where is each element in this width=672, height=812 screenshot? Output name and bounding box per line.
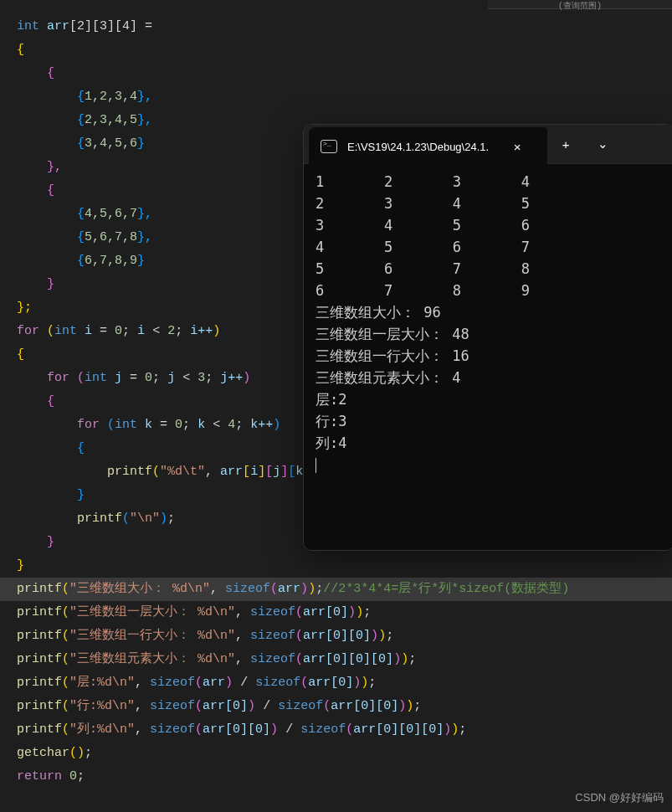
brace: } [137, 254, 145, 268]
kw-sizeof: sizeof [278, 699, 323, 713]
var: arr[0][0] [203, 722, 270, 737]
brace: } [17, 277, 54, 291]
brace: { [77, 441, 85, 455]
brace: }, [137, 207, 152, 221]
fn-printf: printf [17, 722, 62, 737]
num: 4 [228, 418, 235, 432]
kw-sizeof: sizeof [250, 629, 295, 643]
num: 0 [69, 769, 77, 784]
brace: { [17, 183, 54, 198]
inc: k++ [250, 418, 273, 432]
paren: ( [69, 371, 85, 385]
num: 0 [115, 324, 122, 338]
sc: ; [122, 324, 137, 338]
fn-printf: printf [17, 652, 62, 666]
brace: } [47, 535, 54, 549]
str: "层:%d\n" [69, 676, 135, 690]
var: k [137, 418, 152, 432]
cond: k [197, 418, 205, 432]
nums: 3,4,5,6 [85, 136, 137, 151]
nums: 1,2,3,4 [85, 90, 137, 104]
close-icon[interactable]: × [499, 134, 536, 159]
sc: ; [205, 371, 220, 385]
var: arr[0] [303, 605, 348, 619]
paren: ( [100, 418, 115, 432]
brace: { [17, 136, 85, 151]
sc: ; [152, 371, 167, 385]
brace: }; [17, 301, 32, 315]
inc: i++ [190, 324, 213, 338]
terminal-title: E:\VS19\24.1.23\Debug\24.1. [347, 141, 489, 153]
dims: [2][3][4] [69, 19, 137, 33]
paren: ( [39, 324, 54, 338]
var: j [273, 465, 280, 479]
fn-printf: printf [17, 699, 62, 713]
brace: { [47, 394, 54, 409]
brace: }, [137, 230, 152, 244]
terminal-titlebar[interactable]: E:\VS19\24.1.23\Debug\24.1. × + ⌄ [304, 125, 672, 164]
kw-sizeof: sizeof [300, 722, 346, 737]
comment: //2*3*4*4=层*行*列*sizeof(数据类型) [323, 582, 569, 596]
var: arr[0][0] [303, 629, 371, 643]
terminal-tab[interactable]: E:\VS19\24.1.23\Debug\24.1. × [309, 127, 547, 166]
op: = [92, 324, 115, 338]
brace: } [77, 488, 85, 502]
paren: ) [243, 371, 250, 385]
keyword-int: int [17, 19, 39, 33]
paren: ) [213, 324, 220, 338]
var: i [77, 324, 92, 338]
fn-printf: printf [17, 676, 62, 690]
str: "三维数组元素大小： %d\n" [69, 652, 235, 666]
terminal-output[interactable]: 1 2 3 4 2 3 4 5 3 4 5 6 4 5 6 7 5 6 7 8 … [304, 164, 672, 482]
cond: j [167, 371, 175, 385]
kw-for: for [77, 418, 100, 432]
brace: { [17, 347, 24, 362]
var: j [107, 371, 122, 385]
terminal-window[interactable]: E:\VS19\24.1.23\Debug\24.1. × + ⌄ 1 2 3 … [303, 124, 672, 551]
op: / [255, 699, 278, 713]
str: "三维数组大小： %d\n" [69, 582, 210, 596]
nums: 4,5,6,7 [85, 207, 137, 221]
brace: { [17, 66, 54, 80]
brace: { [17, 43, 24, 57]
var: arr [203, 676, 225, 690]
str: "三维数组一行大小： %d\n" [69, 629, 235, 643]
fn-printf: printf [77, 511, 122, 526]
kw-sizeof: sizeof [255, 676, 300, 690]
num: 0 [145, 371, 152, 385]
var: arr[0] [203, 699, 248, 713]
kw-sizeof: sizeof [150, 699, 195, 713]
num: 0 [175, 418, 182, 432]
var: arr [278, 582, 300, 596]
terminal-icon [321, 140, 337, 153]
fn-printf: printf [17, 605, 62, 619]
brace: { [17, 230, 85, 244]
var: arr[0][0] [331, 699, 398, 713]
brace: { [17, 90, 85, 104]
cond: i [137, 324, 145, 338]
var: arr[0][0][0] [303, 652, 393, 666]
op: / [233, 676, 255, 690]
nums: 6,7,8,9 [85, 254, 137, 268]
paren: ) [273, 418, 280, 432]
var: i [250, 465, 258, 479]
dropdown-icon[interactable]: ⌄ [584, 131, 621, 157]
fn-getchar: getchar [17, 746, 69, 760]
inc: j++ [220, 371, 243, 385]
kw-int: int [85, 371, 107, 385]
nums: 2,3,4,5 [85, 113, 137, 127]
op: = [152, 418, 175, 432]
sc: ; [235, 418, 250, 432]
var-arr: arr [47, 19, 69, 33]
eq: = [137, 19, 152, 33]
new-tab-button[interactable]: + [547, 131, 584, 157]
fn-printf: printf [107, 465, 152, 479]
brace: }, [137, 113, 152, 127]
kw-sizeof: sizeof [225, 582, 270, 596]
brace: { [17, 207, 85, 221]
kw-int: int [115, 418, 137, 432]
kw-for: for [47, 371, 69, 385]
kw-sizeof: sizeof [250, 652, 295, 666]
var: arr[0][0][0] [353, 722, 444, 737]
brace: } [17, 558, 24, 573]
